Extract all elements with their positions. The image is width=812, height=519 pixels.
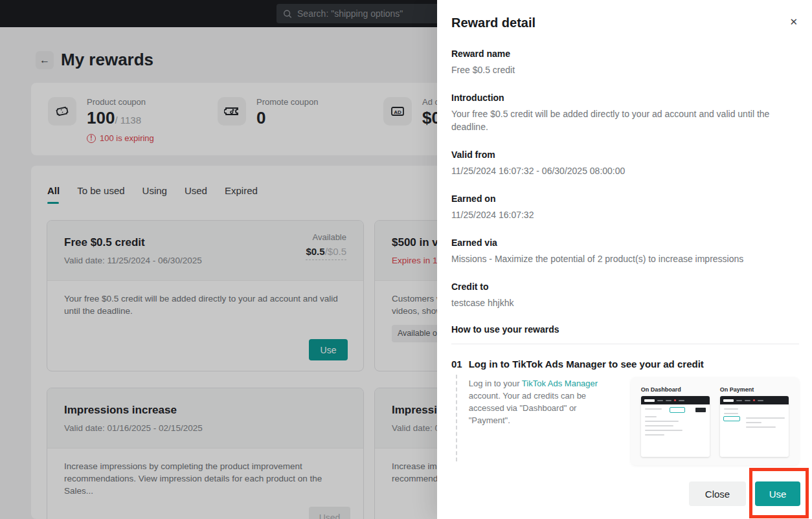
- step-body-text: Log in to your TikTok Ads Manager accoun…: [469, 377, 620, 465]
- instruction-screenshots-panel: On Dashboard: [631, 377, 799, 465]
- field-earned-on: Earned on 11/25/2024 16:07:32: [451, 192, 799, 221]
- payment-thumbnail: On Payment: [720, 386, 789, 456]
- how-to-step-1: 01 Log in to TikTok Ads Manager to see y…: [451, 359, 799, 465]
- field-credit-to: Credit to testcase hhjkhk: [451, 280, 799, 309]
- field-introduction: Introduction Your free $0.5 credit will …: [451, 91, 799, 133]
- step-dashed-line: [456, 375, 457, 461]
- field-earned-via: Earned via Missions - Maximize the poten…: [451, 236, 799, 265]
- use-button[interactable]: Use: [755, 481, 800, 506]
- tiktok-ads-manager-link[interactable]: TikTok Ads Manager: [522, 379, 598, 388]
- field-reward-name: Reward name Free $0.5 credit: [451, 47, 799, 76]
- dashboard-thumbnail: On Dashboard: [641, 386, 710, 456]
- thumbnail-label: On Payment: [720, 386, 789, 393]
- drawer-header: Reward detail ✕: [451, 16, 799, 30]
- close-button[interactable]: Close: [689, 481, 746, 506]
- payment-thumbnail-image: [720, 396, 789, 457]
- screen: ← My rewards Product coupon 100/ 1138 ! …: [0, 0, 812, 519]
- step-title: Log in to TikTok Ads Manager to see your…: [469, 359, 799, 370]
- dashboard-thumbnail-image: [641, 396, 710, 457]
- reward-detail-drawer: Reward detail ✕ Reward name Free $0.5 cr…: [437, 0, 812, 519]
- step-number: 01: [451, 359, 462, 370]
- drawer-footer: Close Use: [689, 481, 800, 506]
- thumbnail-label: On Dashboard: [641, 386, 710, 393]
- field-valid-from: Valid from 11/25/2024 16:07:32 - 06/30/2…: [451, 148, 799, 177]
- close-icon[interactable]: ✕: [788, 16, 799, 28]
- divider: [451, 344, 799, 344]
- drawer-title: Reward detail: [451, 16, 536, 30]
- step-content: Log in to TikTok Ads Manager to see your…: [469, 359, 799, 465]
- step-marker: 01: [451, 359, 462, 465]
- how-to-use-title: How to use your rewards: [451, 324, 799, 335]
